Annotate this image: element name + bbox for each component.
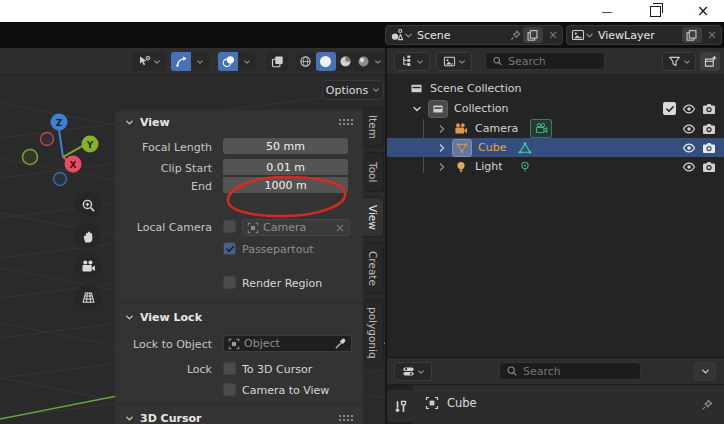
properties-editor-type-dropdown[interactable] (394, 362, 432, 381)
local-camera-checkbox[interactable] (223, 220, 236, 233)
panel-drag-grip[interactable] (338, 414, 353, 421)
local-camera-field[interactable]: Camera × (242, 219, 350, 236)
properties-tab-tool[interactable] (387, 390, 413, 422)
check-icon (225, 244, 235, 254)
sidebar-tab-create[interactable]: Create (363, 242, 384, 294)
render-camera-icon[interactable] (702, 141, 716, 155)
restore-button[interactable] (638, 0, 672, 22)
shading-rendered-button[interactable] (356, 55, 372, 68)
lock-to-3d-cursor-label: To 3D Cursor (242, 363, 312, 376)
clip-start-field[interactable]: 0.01 m (223, 159, 348, 175)
viewlayer-selector[interactable]: ViewLayer × (566, 25, 722, 45)
light-data-icon[interactable] (518, 160, 532, 174)
lock-to-3d-cursor-checkbox[interactable] (223, 362, 236, 375)
outliner-editor-type-dropdown[interactable] (394, 52, 430, 71)
shading-material-button[interactable] (336, 55, 356, 68)
properties-search-input[interactable] (523, 365, 613, 378)
scene-name[interactable]: Scene (413, 29, 509, 42)
object-type-visibility-dropdown[interactable] (132, 52, 166, 71)
passepartout-label: Passepartout (242, 243, 314, 256)
cursor-panel-header[interactable]: 3D Cursor (125, 408, 201, 424)
pin-icon[interactable] (700, 398, 714, 412)
camera-view-button[interactable] (75, 253, 101, 279)
panel-drag-grip[interactable] (338, 118, 353, 125)
render-camera-icon[interactable] (702, 160, 716, 174)
chevron-down-icon[interactable] (412, 104, 422, 114)
axis-neg-x-handle[interactable] (41, 133, 54, 146)
new-collection-button[interactable] (700, 52, 720, 71)
outliner-row-light[interactable]: Light (387, 157, 724, 176)
chevron-down-icon (374, 58, 382, 66)
breadcrumb-object-name[interactable]: Cube (447, 396, 477, 410)
sidebar-tab-view[interactable]: View (363, 197, 384, 237)
outliner-search[interactable] (485, 52, 605, 70)
eyedropper-icon[interactable] (334, 337, 347, 350)
scene-selector[interactable]: Scene × (385, 25, 563, 45)
zoom-tool-button[interactable] (75, 192, 101, 218)
outliner-row-cube[interactable]: Cube (387, 138, 724, 157)
hide-eye-icon[interactable] (682, 102, 696, 116)
chevron-right-icon[interactable] (437, 143, 447, 153)
render-region-checkbox[interactable] (223, 276, 236, 289)
properties-search[interactable] (499, 362, 641, 380)
material-sphere-icon (339, 55, 352, 68)
viewlayer-name[interactable]: ViewLayer (594, 29, 681, 42)
sidebar-tab-item[interactable]: Item (363, 107, 384, 147)
shading-dropdown[interactable] (372, 58, 385, 66)
tab-label: View (367, 205, 379, 230)
clip-end-field[interactable]: 1000 m (223, 177, 348, 193)
outliner-row-collection[interactable]: Collection (387, 99, 724, 118)
camera-data-icon[interactable] (530, 119, 552, 138)
overlays-icon (222, 55, 235, 68)
chevron-right-icon[interactable] (437, 162, 447, 172)
gizmos-dropdown[interactable] (191, 52, 209, 71)
options-button[interactable]: Options (322, 80, 384, 100)
axis-neg-z-handle[interactable] (54, 173, 67, 186)
outliner-filter-dropdown[interactable] (662, 52, 696, 71)
outliner-search-input[interactable] (508, 55, 598, 68)
overlays-dropdown[interactable] (238, 52, 256, 71)
close-button[interactable]: × (686, 0, 720, 22)
hide-eye-icon[interactable] (682, 141, 696, 155)
outliner-display-mode-dropdown[interactable] (436, 52, 472, 71)
mesh-data-icon[interactable] (518, 141, 532, 155)
minimize-button[interactable]: — (590, 0, 624, 22)
new-scene-button[interactable] (523, 27, 543, 43)
collection-icon (410, 82, 423, 95)
camera-to-view-checkbox[interactable] (223, 383, 236, 396)
show-gizmos-toggle[interactable] (171, 52, 191, 71)
axis-neg-y-handle[interactable] (23, 150, 38, 165)
pan-tool-button[interactable] (75, 223, 101, 249)
view-lock-panel-header[interactable]: View Lock (125, 307, 202, 327)
navigation-gizmo[interactable]: Z Y X (18, 108, 110, 200)
outliner-row-camera[interactable]: Camera (387, 119, 724, 138)
render-region-label: Render Region (242, 277, 322, 290)
unlink-scene-icon[interactable]: × (544, 28, 562, 42)
focal-length-field[interactable]: 50 mm (223, 138, 348, 154)
remove-viewlayer-icon[interactable]: × (703, 28, 721, 42)
ortho-toggle-button[interactable] (75, 284, 101, 310)
chevron-right-icon[interactable] (437, 124, 447, 134)
chevron-down-icon (372, 86, 380, 94)
lock-to-object-field[interactable]: Object (223, 335, 352, 352)
hide-eye-icon[interactable] (682, 160, 696, 174)
render-camera-icon[interactable] (702, 102, 716, 116)
shading-solid-button[interactable] (316, 52, 336, 71)
passepartout-checkbox[interactable] (223, 242, 236, 255)
new-viewlayer-button[interactable] (682, 27, 702, 43)
sidebar-tab-polygoniq[interactable]: polygoniq (363, 299, 384, 367)
xray-toggle[interactable] (266, 52, 288, 71)
outliner-row-scene-collection[interactable]: Scene Collection (387, 79, 724, 98)
sidebar-tab-tool[interactable]: Tool (363, 152, 384, 192)
solid-sphere-icon (320, 56, 331, 67)
pin-icon[interactable] (509, 29, 522, 42)
view-panel-header[interactable]: View (125, 112, 170, 132)
collection-exclude-checkbox[interactable] (663, 102, 676, 115)
render-camera-icon[interactable] (702, 122, 716, 136)
clear-camera-icon[interactable]: × (331, 221, 349, 235)
properties-options-dropdown[interactable] (694, 362, 716, 381)
axis-z-label: Z (56, 118, 63, 128)
shading-wireframe-button[interactable] (296, 55, 316, 68)
hide-eye-icon[interactable] (682, 122, 696, 136)
show-overlays-toggle[interactable] (218, 52, 238, 71)
